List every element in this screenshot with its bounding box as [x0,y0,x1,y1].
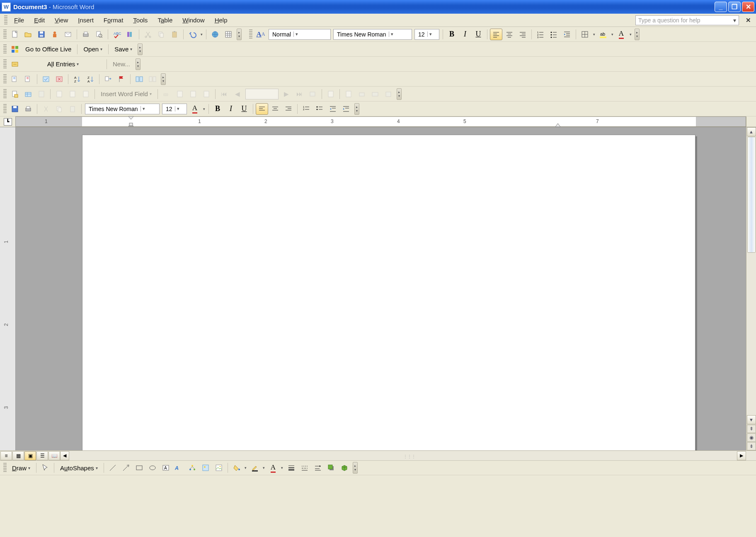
paste-button-2[interactable] [66,103,79,115]
align-left-button[interactable] [490,29,502,40]
toolbar-overflow[interactable]: ▸▾ [136,58,141,70]
save-button-2[interactable] [9,103,21,115]
open-data-source-button[interactable] [22,88,34,100]
font-combo[interactable]: Times New Roman▾ [333,29,412,40]
tab-selector[interactable]: ┗ [0,116,16,127]
fill-color-button[interactable] [230,462,243,474]
bulleted-list-button[interactable] [548,29,560,40]
main-document-setup-button[interactable] [9,88,21,100]
hscroll-track[interactable]: ⋮⋮⋮ [69,452,737,460]
styles-pane-button[interactable]: AA [254,29,267,40]
scroll-right-button[interactable]: ▶ [737,451,746,460]
line-color-dropdown[interactable]: ▾ [262,462,267,473]
outline-view-button[interactable]: ☰ [36,451,48,460]
web-layout-view-button[interactable]: ▦ [12,451,24,460]
font-size-combo-2[interactable]: 12▾ [162,104,187,114]
merge-to-fax-button[interactable] [382,88,395,100]
select-browse-object-button[interactable]: ◉ [747,433,756,442]
chevron-down-icon[interactable]: ▾ [293,31,298,37]
normal-view-button[interactable]: ≡ [0,451,12,460]
record-number-input[interactable] [245,89,279,99]
italic-button[interactable]: I [459,29,471,40]
scroll-left-button[interactable]: ◀ [60,451,69,460]
last-record-button[interactable]: ⏭ [293,88,306,100]
insert-merge-field-button[interactable] [80,88,92,100]
save-button[interactable] [35,29,48,40]
select-objects-button[interactable] [39,462,51,474]
undo-button[interactable] [186,29,199,40]
toolbar-overflow[interactable]: ▸▾ [397,88,402,100]
style-combo[interactable]: Normal▾ [269,29,331,40]
scroll-thumb[interactable] [747,137,756,253]
sort-za-button[interactable]: ZA [84,73,97,85]
merge-to-email-button[interactable] [369,88,381,100]
underline-button-2[interactable]: U [238,103,250,115]
line-color-button[interactable] [249,462,261,474]
merge-to-printer-button[interactable] [356,88,368,100]
chevron-down-icon[interactable]: ▾ [733,17,736,24]
italic-button-2[interactable]: I [225,103,237,115]
decrease-indent-button-2[interactable] [327,103,339,115]
menu-window[interactable]: Window [177,15,209,25]
page-scroll-area[interactable] [16,127,746,450]
horizontal-scrollbar[interactable]: ◀ ⋮⋮⋮ ▶ [60,451,746,460]
increase-indent-button[interactable] [561,29,573,40]
print-layout-view-button[interactable]: ▣ [24,451,36,460]
text-box-button[interactable]: A [160,462,172,474]
shadow-style-button[interactable] [325,462,337,474]
recipients-button[interactable] [35,88,48,100]
show-source-button[interactable] [9,73,21,85]
show-revised-button[interactable] [22,73,34,85]
arrow-style-button[interactable] [312,462,324,474]
font-size-combo[interactable]: 12▾ [414,29,439,40]
diagram-button[interactable] [186,462,199,474]
check-errors-button[interactable] [325,88,337,100]
copy-button[interactable] [155,29,167,40]
goto-button[interactable] [102,73,114,85]
menu-help[interactable]: Help [210,15,233,25]
research-button[interactable] [124,29,136,40]
goto-office-live-button[interactable]: Go to Office Live [22,44,75,55]
chevron-down-icon[interactable]: ▾ [427,31,432,37]
print-preview-button[interactable] [93,29,105,40]
next-page-button[interactable]: ⇟ [747,442,756,450]
increase-indent-button-2[interactable] [340,103,352,115]
scroll-up-button[interactable]: ▲ [747,127,756,136]
align-center-button-2[interactable] [269,103,281,115]
view-merged-data-button[interactable]: ⟨⟨⟩⟩ [160,88,173,100]
document-page[interactable] [82,135,695,450]
copy-button-2[interactable] [53,103,65,115]
horizontal-ruler[interactable]: 1 1 2 3 4 5 7 [16,116,746,127]
toolbar-grip[interactable] [3,44,7,54]
font-color-dropdown[interactable]: ▾ [628,29,633,40]
cut-button-2[interactable] [40,103,52,115]
menu-insert[interactable]: Insert [73,15,99,25]
reject-button[interactable] [53,73,65,85]
previous-page-button[interactable]: ⇞ [747,425,756,433]
help-search-input[interactable]: Type a question for help ▾ [635,15,739,25]
font-color-dropdown-2[interactable]: ▾ [201,104,206,114]
arrow-tool-button[interactable] [120,462,132,474]
merge-to-new-doc-button[interactable] [342,88,355,100]
toolbar-grip[interactable] [3,463,7,473]
menu-file[interactable]: File [9,15,29,25]
toolbar-grip[interactable] [3,29,7,39]
borders-dropdown[interactable]: ▾ [591,29,596,40]
save-to-live-button[interactable]: Save▾ [111,44,136,55]
all-entries-button[interactable]: All Entries▾ [22,59,104,70]
flag-button[interactable] [115,73,128,85]
menu-table[interactable]: Table [153,15,177,25]
menu-format[interactable]: Format [99,15,128,25]
highlight-button[interactable]: ab [597,29,609,40]
insert-greeting-button[interactable] [66,88,79,100]
3d-style-button[interactable] [338,462,351,474]
vertical-ruler[interactable]: 1 2 3 [0,127,16,450]
hyperlink-button[interactable] [209,29,221,40]
minimize-button[interactable]: _ [715,2,727,12]
toolbar-overflow[interactable]: ▸▾ [237,29,242,40]
office-live-icon[interactable] [9,44,21,55]
fill-color-dropdown[interactable]: ▾ [243,462,248,473]
print-button-2[interactable] [22,103,34,115]
paste-button[interactable] [168,29,181,40]
font-color-button-2[interactable]: A [189,103,201,115]
